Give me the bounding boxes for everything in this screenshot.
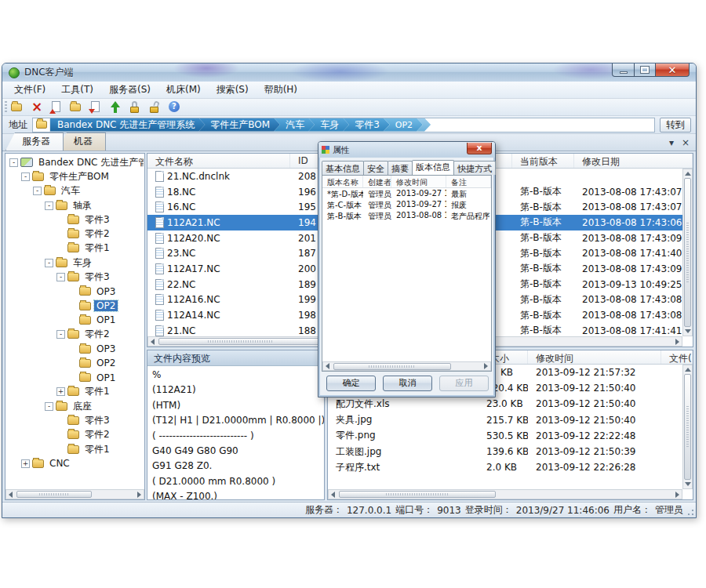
version-row[interactable]: 第-C-版本管理员2013-09-27 14:...报废	[322, 199, 491, 210]
expander-icon[interactable]: -	[9, 158, 18, 167]
expander-icon[interactable]: -	[56, 330, 65, 339]
tree-item[interactable]: OP2	[6, 299, 144, 313]
panel-menu-icon[interactable]: ▾	[669, 137, 674, 148]
column-header[interactable]: 文件(&	[661, 350, 693, 364]
column-header[interactable]: 修改日期	[574, 154, 693, 168]
scroll-right-icon[interactable]	[675, 492, 679, 498]
help-icon[interactable]	[167, 100, 181, 114]
version-row[interactable]: *第-D-版本管理员2013-09-27 14:...最新	[322, 188, 491, 199]
tree-item[interactable]: -零件3	[6, 270, 144, 284]
dialog-title-bar[interactable]: 属性 x	[318, 142, 495, 158]
tree-item[interactable]: +零件1	[6, 385, 144, 399]
column-header[interactable]: 当前版本	[512, 154, 574, 168]
scroll-right-icon[interactable]	[675, 339, 679, 345]
related-file-row[interactable]: 工装图.jpg139.6 KB2013-09-12 21:50:39	[328, 444, 682, 459]
upload-icon[interactable]	[108, 100, 122, 114]
tree-item[interactable]: -轴承	[6, 198, 144, 212]
tree-hscrollbar[interactable]	[5, 489, 144, 499]
scroll-right-icon[interactable]	[484, 363, 488, 369]
dialog-tab[interactable]: 版本信息	[412, 160, 454, 175]
tree-item[interactable]: -Bandex DNC 先进生产管理系统	[6, 155, 144, 169]
menu-item[interactable]: 服务器(S)	[102, 82, 158, 98]
tab-inactive[interactable]: 机器	[57, 132, 106, 151]
tree-item[interactable]: OP3	[6, 285, 144, 299]
tree-item[interactable]: +CNC	[6, 456, 144, 470]
tree-item[interactable]: -零件2	[6, 328, 144, 342]
related-file-row[interactable]: 子程序.txt2.0 KB2013-09-12 22:26:28	[328, 459, 682, 475]
new-folder-icon[interactable]	[10, 100, 24, 114]
scroll-left-icon[interactable]	[331, 492, 335, 498]
tab-active[interactable]: 服务器	[5, 132, 64, 151]
column-header[interactable]: 文件名称	[147, 154, 290, 168]
address-field[interactable]: Bandex DNC 先进生产管理系统零件生产BOM汽车车身零件3OP2	[32, 118, 655, 132]
scroll-left-icon[interactable]	[9, 492, 13, 498]
maximize-button[interactable]	[635, 64, 656, 77]
delete-icon[interactable]	[30, 100, 44, 114]
expander-icon[interactable]: -	[56, 273, 65, 281]
panel-close-icon[interactable]: ×	[682, 137, 690, 148]
expander-icon[interactable]: -	[21, 172, 30, 181]
scroll-down-icon[interactable]	[685, 482, 691, 486]
scroll-thumb[interactable]	[333, 363, 451, 370]
dialog-tab[interactable]: 摘要	[388, 161, 413, 175]
checkout-file-icon[interactable]	[89, 100, 103, 114]
tree-item[interactable]: -汽车	[6, 184, 144, 198]
file-list-vscrollbar[interactable]	[682, 169, 693, 336]
column-header[interactable]: 创建者	[363, 176, 391, 187]
dialog-tab[interactable]: 快捷方式	[453, 161, 496, 175]
menu-item[interactable]: 文件(F)	[7, 82, 53, 98]
resize-grip-icon[interactable]	[685, 506, 694, 516]
scroll-up-icon[interactable]	[685, 172, 691, 176]
tree-item[interactable]: OP1	[6, 313, 144, 327]
dialog-hscrollbar[interactable]	[322, 361, 491, 371]
menu-item[interactable]: 工具(T)	[54, 82, 100, 98]
expander-icon[interactable]: -	[45, 402, 53, 411]
tree-item[interactable]: OP2	[6, 356, 144, 370]
breadcrumb-segment[interactable]: 零件生产BOM	[198, 118, 280, 132]
scroll-thumb[interactable]	[684, 374, 691, 480]
tree-item[interactable]: OP1	[6, 370, 144, 384]
send-folder-icon[interactable]	[69, 100, 83, 114]
expander-icon[interactable]: +	[56, 387, 65, 396]
checkin-file-icon[interactable]	[49, 100, 64, 114]
column-header[interactable]: 修改时间	[528, 350, 661, 364]
scroll-left-icon[interactable]	[151, 339, 155, 345]
go-button[interactable]: 转到	[660, 118, 691, 132]
related-file-row[interactable]: 零件.png530.5 KB2013-09-12 22:22:48	[328, 428, 682, 444]
menu-item[interactable]: 机床(M)	[159, 82, 208, 98]
unlock-icon[interactable]	[147, 100, 162, 114]
cancel-button[interactable]: 取消	[383, 376, 432, 391]
column-header[interactable]: 备注	[446, 176, 491, 187]
scroll-thumb[interactable]	[339, 491, 496, 498]
menu-item[interactable]: 帮助(H)	[257, 82, 304, 98]
scroll-right-icon[interactable]	[137, 492, 141, 498]
scroll-thumb[interactable]	[16, 491, 92, 498]
expander-icon[interactable]: -	[33, 187, 42, 195]
tree-item[interactable]: 零件3	[6, 212, 144, 227]
tree-item[interactable]: 零件3	[6, 413, 144, 427]
scroll-thumb[interactable]	[158, 338, 323, 345]
related-vscrollbar[interactable]	[682, 365, 693, 489]
menu-item[interactable]: 搜索(S)	[209, 82, 256, 98]
title-bar[interactable]: DNC客户端 ✕	[2, 64, 696, 82]
close-button[interactable]: ✕	[656, 64, 690, 77]
tree-item[interactable]: -底座	[6, 399, 144, 413]
tree-item[interactable]: 零件1	[6, 442, 144, 456]
scroll-left-icon[interactable]	[326, 363, 329, 369]
expander-icon[interactable]: +	[21, 459, 30, 468]
ok-button[interactable]: 确定	[326, 376, 376, 391]
related-file-row[interactable]: 配刀文件.xls23.0 KB2013-09-12 21:50:40	[328, 396, 682, 412]
dialog-tab[interactable]: 基本信息	[322, 161, 364, 175]
tree-item[interactable]: 零件1	[6, 241, 144, 256]
expander-icon[interactable]: -	[45, 201, 53, 210]
breadcrumb-segment[interactable]: 零件3	[343, 118, 390, 132]
dialog-tab[interactable]: 安全	[363, 161, 388, 175]
tree-item[interactable]: -车身	[6, 256, 144, 270]
scroll-down-icon[interactable]	[685, 329, 691, 333]
scroll-up-icon[interactable]	[685, 368, 691, 372]
breadcrumb-segment[interactable]: Bandex DNC 先进生产管理系统	[50, 118, 205, 132]
scroll-thumb[interactable]	[684, 178, 691, 327]
tree-item[interactable]: 零件2	[6, 227, 144, 241]
related-hscrollbar[interactable]	[328, 489, 682, 499]
dialog-close-button[interactable]: x	[467, 143, 492, 154]
